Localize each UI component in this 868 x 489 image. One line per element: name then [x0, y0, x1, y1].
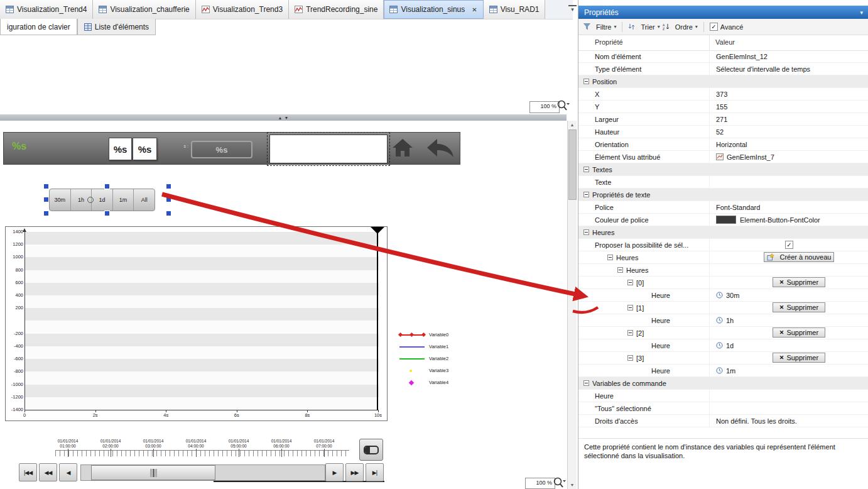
toolbar-button-1[interactable]: %s — [109, 138, 132, 160]
button-label: Supprimer — [786, 278, 818, 286]
collapse-toggle[interactable] — [583, 192, 589, 197]
delete-button[interactable]: ✕Supprimer — [773, 302, 825, 312]
legend-label: Variable1 — [429, 344, 448, 349]
timeline-scroll-thumb[interactable] — [91, 465, 215, 480]
collapse-toggle[interactable] — [583, 79, 589, 84]
tab-label: Visualization_chaufferie — [110, 5, 189, 14]
advanced-checkbox[interactable]: ✓ — [710, 23, 718, 31]
properties-header[interactable]: Propriétés ▾ — [578, 6, 868, 19]
column-separator[interactable] — [709, 35, 710, 50]
y-tick-label: 800 — [7, 267, 23, 273]
close-icon[interactable]: ✕ — [472, 6, 477, 13]
scroll-down-icon[interactable]: ▼ — [568, 481, 577, 489]
column-name-header: Propriété — [595, 38, 623, 46]
advanced-label: Avancé — [720, 23, 744, 31]
subtab-2[interactable]: Liste d'éléments — [77, 19, 156, 35]
property-value — [709, 377, 868, 389]
collapse-toggle[interactable] — [583, 380, 589, 386]
timeline-date-label: 01/01/201403:00:00 — [133, 439, 174, 449]
timeline-nav-button[interactable]: ▶▶ — [345, 463, 364, 481]
back-arrow-icon[interactable] — [423, 136, 456, 162]
delete-button[interactable]: ✕Supprimer — [773, 277, 825, 287]
timeline-toggle-button[interactable] — [359, 439, 383, 461]
document-tab[interactable]: Visualization_Trend3 — [196, 0, 289, 19]
timeline-nav-button[interactable]: ▶| — [366, 463, 384, 481]
collapse-toggle[interactable] — [617, 267, 623, 273]
selection-handle[interactable] — [166, 184, 171, 189]
zoom-level-bottom[interactable]: 100 % — [525, 478, 555, 489]
property-name: Heures — [578, 226, 709, 238]
view-splitter[interactable]: ▲ ▼ — [0, 114, 567, 121]
delete-button[interactable]: ✕Supprimer — [773, 327, 825, 338]
timeline-nav-button[interactable]: ◀ — [59, 463, 77, 481]
timeline-scroll-track[interactable] — [80, 464, 325, 481]
toolbar-pill-button[interactable]: %s — [191, 141, 252, 158]
collapse-toggle[interactable] — [627, 330, 633, 336]
sort-button[interactable]: Trier — [641, 23, 654, 31]
document-tab[interactable]: Visualization_Trend4 — [0, 0, 93, 19]
document-tab[interactable]: Visualization_sinus✕ — [384, 0, 483, 19]
property-label: Police — [595, 204, 614, 211]
y-tick-label: 200 — [7, 305, 23, 310]
selection-handle[interactable] — [166, 211, 171, 216]
collapse-toggle[interactable] — [627, 355, 633, 361]
property-value: ✕Supprimer — [709, 277, 868, 288]
delete-x-icon: ✕ — [779, 354, 784, 361]
collapse-toggle[interactable] — [607, 255, 613, 260]
subtab-1[interactable]: iguration de clavier — [0, 19, 77, 35]
selection-handle[interactable] — [166, 197, 171, 202]
property-row: Heure30m — [578, 289, 868, 302]
create-button[interactable]: Créer à nouveau — [764, 252, 834, 262]
collapse-toggle[interactable] — [583, 167, 589, 172]
magnifier-icon[interactable] — [553, 476, 567, 489]
collapse-toggle[interactable] — [627, 280, 633, 285]
delete-button[interactable]: ✕Supprimer — [773, 353, 825, 363]
time-cursor-handle[interactable] — [371, 227, 384, 234]
zoom-level-top[interactable]: 100 % — [529, 101, 560, 113]
element-anchor-icon[interactable] — [87, 197, 94, 203]
property-name: Élément Visu attribué — [578, 151, 709, 163]
document-tab[interactable]: Visu_RAD1 — [484, 0, 546, 19]
time-text: 04:00:00 — [175, 444, 217, 449]
canvas-vertical-scrollbar[interactable]: ▲ ▼ — [567, 121, 577, 489]
x-tick-mark — [166, 410, 166, 412]
timeline-major-tick — [196, 449, 197, 457]
toolbar-text-field[interactable] — [269, 135, 388, 163]
home-icon[interactable] — [391, 137, 414, 161]
time-cursor-line[interactable] — [377, 232, 378, 410]
y-tick-label: 1400 — [7, 229, 23, 234]
x-tick-mark — [24, 410, 25, 412]
legend-diamond-icon — [421, 332, 426, 337]
sort-icon — [628, 23, 635, 30]
panel-chevron-icon[interactable]: ▾ — [860, 9, 863, 16]
tab-overflow-button[interactable]: ▾ — [568, 5, 577, 13]
filter-dropdown-icon[interactable]: ▾ — [614, 24, 616, 30]
document-tab[interactable]: TrendRecording_sine — [289, 0, 384, 19]
timeline-nav-button[interactable]: ▶ — [325, 463, 344, 481]
scrollbar-thumb[interactable] — [568, 129, 577, 200]
order-dropdown-icon[interactable]: ▾ — [695, 24, 698, 30]
collapse-toggle[interactable] — [627, 305, 633, 310]
sort-dropdown-icon[interactable]: ▾ — [658, 24, 660, 30]
property-label: Hauteur — [595, 128, 619, 136]
order-button[interactable]: Ordre — [675, 23, 693, 31]
selection-handle[interactable] — [43, 211, 49, 216]
visu-toolbar-element[interactable]: %s %s %s s : %s — [3, 132, 460, 165]
color-swatch[interactable] — [716, 216, 736, 224]
magnifier-icon[interactable] — [556, 99, 570, 112]
selection-handle[interactable] — [104, 184, 110, 189]
checkbox-checked[interactable]: ✓ — [785, 241, 793, 249]
selection-handle[interactable] — [43, 197, 49, 202]
scroll-up-icon[interactable]: ▲ — [568, 121, 577, 129]
selection-handle[interactable] — [104, 211, 110, 216]
timeline-nav-button[interactable]: |◀◀ — [19, 463, 37, 481]
timeline-nav-button[interactable]: ◀◀ — [39, 463, 57, 481]
collapse-toggle[interactable] — [583, 229, 589, 235]
filter-button[interactable]: Filtre — [596, 23, 611, 31]
timeline-date-label: 01/01/201401:00:00 — [47, 439, 89, 449]
trend-chart-element[interactable]: Sinus 140012001000800600400200-200-400-6… — [5, 226, 388, 421]
toolbar-button-2[interactable]: %s — [133, 138, 157, 160]
selection-handle[interactable] — [43, 184, 49, 189]
y-tick-label: -200 — [7, 331, 23, 336]
document-tab[interactable]: Visualization_chaufferie — [93, 0, 195, 19]
